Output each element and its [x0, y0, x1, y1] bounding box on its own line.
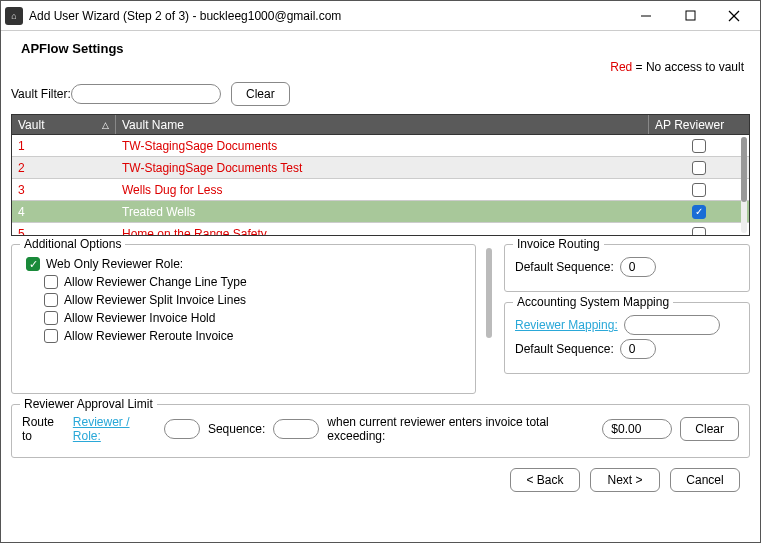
- accounting-mapping-label: Accounting System Mapping: [513, 295, 673, 309]
- ral-tail-label: when current reviewer enters invoice tot…: [327, 415, 594, 443]
- cell-vault-id: 4: [12, 205, 116, 219]
- vault-filter-clear-button[interactable]: Clear: [231, 82, 290, 106]
- window-title: Add User Wizard (Step 2 of 3) - buckleeg…: [29, 9, 624, 23]
- vault-table: Vault △ Vault Name AP Reviewer 1TW-Stagi…: [11, 114, 750, 236]
- reviewer-approval-limit-group: Reviewer Approval Limit Route to Reviewe…: [11, 404, 750, 458]
- table-row[interactable]: 1TW-StagingSage Documents: [12, 135, 749, 157]
- option-label: Allow Reviewer Invoice Hold: [64, 311, 215, 325]
- page-title: APFlow Settings: [21, 41, 750, 56]
- mapping-seq-input[interactable]: [620, 339, 656, 359]
- minimize-icon: [640, 10, 652, 22]
- col-header-vault[interactable]: Vault △: [12, 115, 116, 134]
- ap-reviewer-checkbox[interactable]: [692, 139, 706, 153]
- routing-seq-input[interactable]: [620, 257, 656, 277]
- ral-seq-input[interactable]: [273, 419, 319, 439]
- titlebar: ⌂ Add User Wizard (Step 2 of 3) - buckle…: [1, 1, 760, 31]
- reviewer-mapping-input[interactable]: [624, 315, 720, 335]
- option-checkbox[interactable]: [44, 329, 58, 343]
- cell-vault-name: TW-StagingSage Documents Test: [116, 161, 649, 175]
- legend-text: = No access to vault: [632, 60, 744, 74]
- table-row[interactable]: 2TW-StagingSage Documents Test: [12, 157, 749, 179]
- invoice-routing-label: Invoice Routing: [513, 237, 604, 251]
- additional-options-label: Additional Options: [20, 237, 125, 251]
- vault-filter-label: Vault Filter:: [11, 87, 71, 101]
- cell-vault-id: 5: [12, 227, 116, 236]
- col-header-vault-name[interactable]: Vault Name: [116, 115, 649, 134]
- option-label: Allow Reviewer Change Line Type: [64, 275, 247, 289]
- maximize-icon: [685, 10, 696, 21]
- invoice-routing-group: Invoice Routing Default Sequence:: [504, 244, 750, 292]
- option-label: Allow Reviewer Reroute Invoice: [64, 329, 233, 343]
- option-checkbox[interactable]: [44, 293, 58, 307]
- table-row[interactable]: 5Home on the Range Safety: [12, 223, 749, 235]
- ap-reviewer-checkbox[interactable]: [692, 183, 706, 197]
- cell-vault-name: TW-StagingSage Documents: [116, 139, 649, 153]
- next-button[interactable]: Next >: [590, 468, 660, 492]
- option-label: Allow Reviewer Split Invoice Lines: [64, 293, 246, 307]
- vault-filter-input[interactable]: [71, 84, 221, 104]
- web-only-reviewer-checkbox[interactable]: [26, 257, 40, 271]
- route-to-label: Route to: [22, 415, 65, 443]
- legend: Red = No access to vault: [11, 60, 744, 74]
- ap-reviewer-checkbox[interactable]: [692, 205, 706, 219]
- table-row[interactable]: 3Wells Dug for Less: [12, 179, 749, 201]
- table-scroll-thumb[interactable]: [741, 137, 747, 202]
- cancel-button[interactable]: Cancel: [670, 468, 740, 492]
- sort-asc-icon: △: [102, 120, 109, 130]
- cell-vault-id: 2: [12, 161, 116, 175]
- maximize-button[interactable]: [668, 2, 712, 30]
- minimize-button[interactable]: [624, 2, 668, 30]
- accounting-mapping-group: Accounting System Mapping Reviewer Mappi…: [504, 302, 750, 374]
- reviewer-mapping-link[interactable]: Reviewer Mapping:: [515, 318, 618, 332]
- option-checkbox[interactable]: [44, 311, 58, 325]
- ral-amount-input[interactable]: [602, 419, 672, 439]
- cell-vault-id: 3: [12, 183, 116, 197]
- cell-vault-id: 1: [12, 139, 116, 153]
- options-scrollbar[interactable]: [486, 244, 494, 394]
- reviewer-approval-limit-label: Reviewer Approval Limit: [20, 397, 157, 411]
- back-button[interactable]: < Back: [510, 468, 580, 492]
- app-icon: ⌂: [5, 7, 23, 25]
- table-row[interactable]: 4Treated Wells: [12, 201, 749, 223]
- legend-red: Red: [610, 60, 632, 74]
- cell-vault-name: Treated Wells: [116, 205, 649, 219]
- close-button[interactable]: [712, 2, 756, 30]
- ap-reviewer-checkbox[interactable]: [692, 161, 706, 175]
- web-only-reviewer-label: Web Only Reviewer Role:: [46, 257, 183, 271]
- ral-clear-button[interactable]: Clear: [680, 417, 739, 441]
- routing-seq-label: Default Sequence:: [515, 260, 614, 274]
- cell-vault-name: Wells Dug for Less: [116, 183, 649, 197]
- reviewer-role-link[interactable]: Reviewer / Role:: [73, 415, 156, 443]
- ap-reviewer-checkbox[interactable]: [692, 227, 706, 236]
- reviewer-role-input[interactable]: [164, 419, 200, 439]
- additional-options-group: Additional Options Web Only Reviewer Rol…: [11, 244, 476, 394]
- cell-vault-name: Home on the Range Safety: [116, 227, 649, 236]
- mapping-seq-label: Default Sequence:: [515, 342, 614, 356]
- close-icon: [728, 10, 740, 22]
- col-header-ap-reviewer[interactable]: AP Reviewer: [649, 115, 749, 134]
- option-checkbox[interactable]: [44, 275, 58, 289]
- svg-rect-1: [686, 11, 695, 20]
- ral-seq-label: Sequence:: [208, 422, 265, 436]
